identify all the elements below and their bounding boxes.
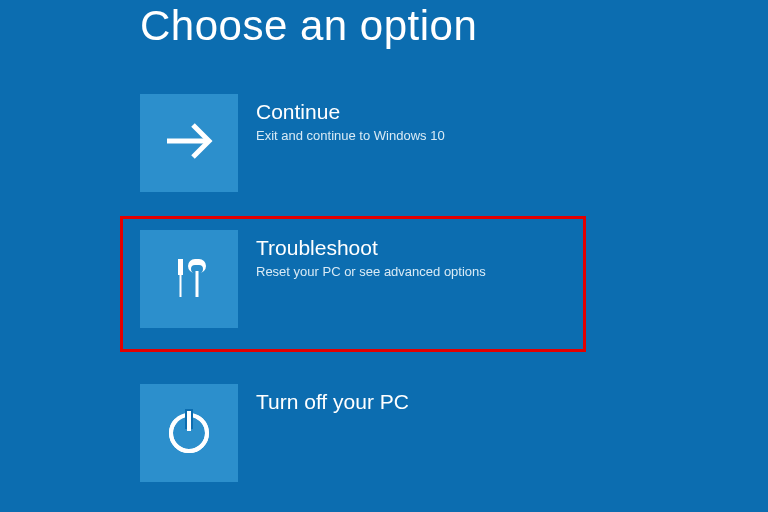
option-troubleshoot[interactable]: Troubleshoot Reset your PC or see advanc…: [140, 230, 486, 328]
svg-rect-2: [180, 275, 182, 297]
option-poweroff-tile: [140, 384, 238, 482]
option-poweroff-text: Turn off your PC: [256, 384, 409, 418]
option-continue-desc: Exit and continue to Windows 10: [256, 128, 445, 143]
option-troubleshoot-title: Troubleshoot: [256, 236, 486, 260]
option-troubleshoot-desc: Reset your PC or see advanced options: [256, 264, 486, 279]
power-icon: [161, 403, 217, 463]
option-troubleshoot-text: Troubleshoot Reset your PC or see advanc…: [256, 230, 486, 279]
option-continue-text: Continue Exit and continue to Windows 10: [256, 94, 445, 143]
option-poweroff-title: Turn off your PC: [256, 390, 409, 414]
option-continue-tile: [140, 94, 238, 192]
svg-rect-3: [196, 271, 199, 297]
tools-icon: [161, 249, 217, 309]
svg-rect-1: [178, 259, 183, 275]
option-poweroff[interactable]: Turn off your PC: [140, 384, 486, 482]
option-continue-title: Continue: [256, 100, 445, 124]
options-list: Continue Exit and continue to Windows 10…: [140, 94, 486, 512]
arrow-right-icon: [161, 113, 217, 173]
page-title: Choose an option: [140, 2, 477, 50]
option-troubleshoot-tile: [140, 230, 238, 328]
option-continue[interactable]: Continue Exit and continue to Windows 10: [140, 94, 486, 192]
